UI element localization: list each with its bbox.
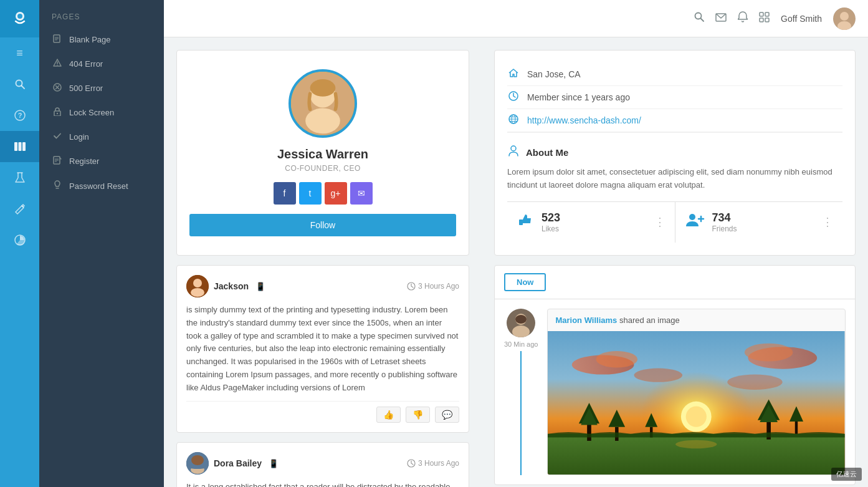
menu-item-register[interactable]: Register (39, 149, 164, 173)
google-plus-button[interactable]: g+ (325, 182, 347, 205)
pages-panel: Pages Blank Page 404 Error (39, 0, 164, 487)
grid-icon[interactable] (759, 12, 770, 26)
clock-icon (507, 91, 520, 104)
follow-button[interactable]: Follow (189, 214, 456, 236)
dislike-button-0[interactable]: 👎 (406, 407, 430, 423)
svg-point-21 (57, 113, 58, 114)
edit-icon[interactable] (0, 193, 39, 224)
menu-item-blank-page[interactable]: Blank Page (39, 27, 164, 52)
svg-rect-77 (548, 433, 845, 474)
lab-icon[interactable] (0, 162, 39, 193)
activity-header: Now (495, 266, 855, 299)
info-row-website: http://www.sencha-dash.com/ (507, 109, 842, 132)
comment-button-0[interactable]: 💬 (435, 407, 459, 423)
svg-point-43 (193, 279, 202, 287)
info-row-location: San Jose, CA (507, 63, 842, 86)
warning-icon (52, 59, 63, 69)
search-icon[interactable] (694, 12, 704, 25)
likes-label: Likes (541, 224, 560, 233)
chart-icon[interactable] (0, 224, 39, 256)
svg-point-66 (515, 315, 527, 324)
feed-post-1: Dora Bailey 📱 3 Hours Ago It is a long e… (176, 442, 469, 487)
bell-icon[interactable] (738, 11, 748, 26)
svg-point-16 (57, 65, 57, 65)
svg-rect-6 (14, 142, 17, 151)
svg-rect-34 (765, 18, 769, 22)
mobile-icon-0: 📱 (255, 282, 265, 291)
info-row-member: Member since 1 years ago (507, 86, 842, 109)
post-author-name-1: Dora Bailey (214, 458, 262, 468)
header-avatar[interactable] (833, 7, 856, 30)
activity-post-header: Marion Williams shared an image (548, 309, 845, 331)
activity-time: 30 Min ago (504, 340, 538, 348)
panel-title: Pages (39, 6, 164, 27)
timeline-line (520, 351, 522, 475)
stat-likes: 523 Likes ⋮ (507, 202, 675, 243)
mobile-icon-1: 📱 (269, 459, 279, 468)
svg-rect-59 (519, 219, 523, 225)
email-button[interactable]: ✉ (350, 182, 373, 205)
svg-rect-7 (18, 142, 21, 151)
svg-rect-79 (588, 423, 592, 441)
content-area: Jessica Warren CO-FOUNDER, CEO f t g+ ✉ … (164, 37, 868, 487)
post-author-1: Dora Bailey 📱 (186, 452, 279, 475)
stats-row: 523 Likes ⋮ (507, 201, 842, 243)
mail-icon[interactable] (715, 12, 727, 25)
svg-point-78 (675, 440, 717, 448)
books-icon[interactable] (0, 131, 39, 162)
svg-point-75 (634, 368, 683, 382)
likes-more-icon[interactable]: ⋮ (654, 215, 665, 229)
profile-name: Jessica Warren (277, 147, 368, 162)
twitter-button[interactable]: t (299, 182, 322, 205)
menu-item-password-reset[interactable]: Password Reset (39, 173, 164, 199)
svg-point-60 (689, 214, 695, 220)
friends-count: 734 (712, 211, 737, 224)
friends-more-icon[interactable]: ⋮ (822, 215, 833, 229)
post-header-0: Jackson 📱 3 Hours Ago (186, 275, 459, 297)
blank-page-icon (52, 34, 63, 45)
add-friend-icon (685, 211, 705, 233)
about-me-title: About Me (507, 145, 842, 159)
activity-avatar (507, 309, 535, 337)
like-button-0[interactable]: 👍 (376, 407, 401, 423)
likes-count: 523 (541, 211, 560, 224)
right-section: San Jose, CA Member since 1 years ago (482, 37, 868, 487)
facebook-button[interactable]: f (274, 182, 296, 205)
top-header: Goff Smith (164, 0, 868, 37)
menu-item-404-error[interactable]: 404 Error (39, 52, 164, 76)
post-text-1: It is a long established fact that a rea… (186, 481, 459, 487)
svg-point-72 (596, 350, 637, 367)
activity-card: Now 30 Min ago (494, 265, 856, 485)
svg-line-3 (21, 86, 24, 89)
profile-avatar (289, 69, 357, 138)
info-card: San Jose, CA Member since 1 years ago (494, 50, 856, 256)
lock-icon (52, 107, 63, 118)
post-text-0: is simply dummy text of the printing and… (186, 304, 459, 395)
feed-post-0: Jackson 📱 3 Hours Ago is simply dummy te… (176, 265, 469, 433)
icon-sidebar: ≡ ? (0, 0, 39, 487)
svg-text:?: ? (17, 112, 22, 119)
profile-title: CO-FOUNDER, CEO (285, 164, 361, 173)
hamburger-menu-icon[interactable]: ≡ (0, 37, 39, 69)
activity-body: 30 Min ago Marion Williams shared an ima… (495, 299, 855, 485)
menu-item-login[interactable]: Login (39, 125, 164, 149)
svg-rect-31 (760, 12, 763, 16)
menu-item-500-error[interactable]: 500 Error (39, 76, 164, 100)
register-icon (52, 156, 63, 166)
app-logo[interactable] (0, 0, 39, 37)
menu-item-lock-screen[interactable]: Lock Screen (39, 100, 164, 125)
watermark: 亿速云 (831, 468, 862, 481)
post-author-name-0: Jackson (214, 281, 249, 291)
svg-rect-8 (22, 142, 26, 151)
x-circle-icon (52, 83, 63, 94)
post-time-0: 3 Hours Ago (407, 282, 459, 291)
svg-point-1 (17, 14, 22, 19)
svg-point-50 (191, 455, 204, 465)
now-button[interactable]: Now (504, 273, 546, 291)
svg-point-36 (840, 12, 849, 21)
post-author-0: Jackson 📱 (186, 275, 265, 297)
search-sidebar-icon[interactable] (0, 69, 39, 100)
help-icon[interactable]: ? (0, 100, 39, 131)
social-buttons: f t g+ ✉ (274, 182, 373, 205)
svg-line-29 (701, 19, 704, 22)
